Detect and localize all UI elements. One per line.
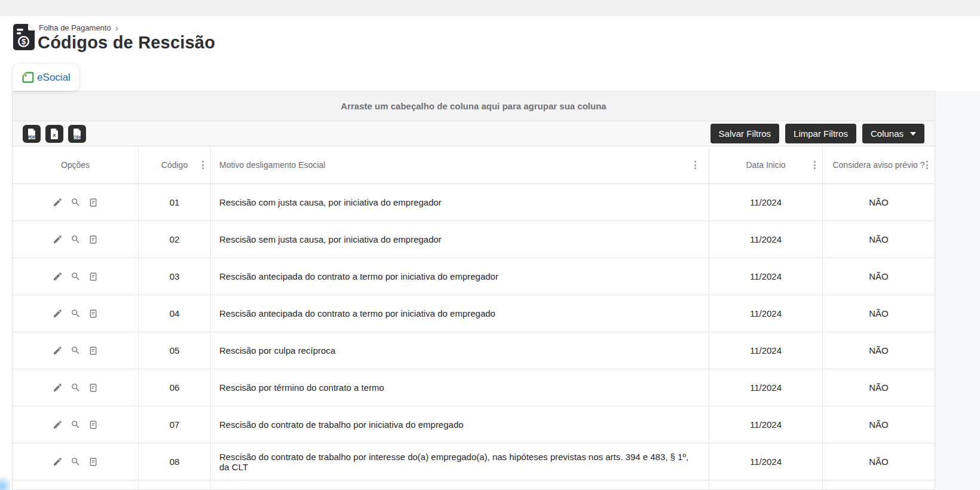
- column-header-data-inicio[interactable]: Data Inicio: [709, 146, 823, 183]
- magnifier-icon: [71, 382, 81, 393]
- row-actions-cell: [13, 332, 139, 369]
- codigo-cell: 08: [139, 443, 211, 480]
- considera-aviso-cell: NÃO: [823, 406, 935, 443]
- row-actions-cell: [13, 369, 139, 406]
- data-inicio-cell: 11/2024: [709, 406, 823, 443]
- svg-text:$: $: [22, 37, 26, 46]
- group-drop-zone[interactable]: Arraste um cabeçalho de coluna aqui para…: [13, 91, 935, 121]
- edit-button[interactable]: [53, 271, 63, 281]
- clear-filters-button[interactable]: Limpar Filtros: [785, 124, 856, 143]
- considera-aviso-cell: NÃO: [823, 332, 935, 369]
- motivo-cell: Rescisão do contrato de trabalho por int…: [211, 443, 709, 480]
- chevron-down-icon: [910, 132, 916, 136]
- view-button[interactable]: [71, 308, 81, 318]
- edit-button[interactable]: [53, 419, 63, 430]
- column-header-codigo[interactable]: Código: [139, 146, 211, 183]
- table-header: Opções Código Motivo desligamento Esocia…: [13, 146, 935, 184]
- edit-button[interactable]: [53, 345, 63, 356]
- log-button[interactable]: [88, 420, 98, 430]
- column-header-considera-aviso[interactable]: Considera aviso prévio ?: [823, 146, 935, 183]
- breadcrumb-link[interactable]: Folha de Pagamento: [39, 23, 111, 32]
- view-button[interactable]: [71, 382, 81, 393]
- column-menu-icon[interactable]: [693, 158, 698, 172]
- table-row: 04 Rescisão antecipada do contrato a ter…: [13, 295, 935, 332]
- log-button[interactable]: [88, 457, 98, 467]
- motivo-cell: Rescisão do contrato de trabalho por ini…: [211, 406, 709, 443]
- log-button[interactable]: [88, 346, 98, 356]
- data-inicio-cell: 11/2024: [709, 443, 823, 480]
- view-button[interactable]: [71, 271, 81, 281]
- document-icon: [88, 383, 98, 393]
- group-drop-hint: Arraste um cabeçalho de coluna aqui para…: [341, 101, 606, 111]
- document-icon: [88, 272, 98, 281]
- view-button[interactable]: [71, 234, 81, 244]
- pencil-icon: [53, 197, 63, 207]
- table-row: 01 Rescisão com justa causa, por iniciat…: [13, 184, 935, 221]
- magnifier-icon: [71, 457, 81, 467]
- column-label: Considera aviso prévio ?: [832, 160, 924, 170]
- payroll-document-icon: $: [13, 24, 35, 50]
- edit-button[interactable]: [53, 308, 63, 318]
- export-pdf-button[interactable]: PDF: [23, 125, 41, 143]
- top-strip: [0, 0, 980, 16]
- toolbar-right: Salvar Filtros Limpar Filtros Colunas: [710, 124, 924, 143]
- pencil-icon: [53, 382, 63, 393]
- considera-aviso-cell: NÃO: [823, 184, 935, 220]
- column-menu-icon[interactable]: [200, 158, 206, 172]
- codigo-cell: 07: [139, 406, 211, 443]
- edit-button[interactable]: [53, 197, 63, 207]
- document-icon: [88, 457, 98, 467]
- document-icon: [88, 198, 98, 207]
- row-actions-cell: [13, 258, 139, 295]
- log-button[interactable]: [88, 309, 98, 318]
- edit-button[interactable]: [53, 382, 63, 393]
- table-row: 08 Rescisão do contrato de trabalho por …: [13, 443, 935, 480]
- magnifier-icon: [71, 271, 81, 281]
- magnifier-icon: [71, 197, 81, 207]
- edit-button[interactable]: [53, 457, 63, 467]
- breadcrumb: Folha de Pagamento ›: [39, 23, 118, 32]
- pencil-icon: [53, 419, 63, 430]
- column-menu-icon[interactable]: [812, 158, 817, 172]
- view-button[interactable]: [71, 457, 81, 467]
- considera-aviso-cell: NÃO: [823, 221, 935, 258]
- row-actions-cell: [13, 184, 139, 220]
- export-excel-button[interactable]: X: [45, 125, 63, 143]
- view-button[interactable]: [71, 197, 81, 207]
- columns-button-label: Colunas: [871, 128, 904, 139]
- columns-button[interactable]: Colunas: [862, 124, 924, 143]
- tab-esocial-label: eSocial: [37, 72, 71, 84]
- save-filters-button[interactable]: Salvar Filtros: [710, 124, 780, 143]
- column-header-opcoes[interactable]: Opções: [13, 146, 139, 183]
- column-menu-icon[interactable]: [924, 158, 930, 172]
- codigo-cell: 02: [139, 221, 211, 258]
- codigo-cell: 01: [139, 184, 211, 220]
- column-header-motivo[interactable]: Motivo desligamento Esocial: [211, 146, 709, 183]
- column-label: Data Inicio: [746, 160, 785, 170]
- pencil-icon: [53, 457, 63, 467]
- log-button[interactable]: [88, 235, 98, 244]
- export-csv-button[interactable]: CSV: [68, 125, 86, 143]
- motivo-cell: Rescisão por culpa recíproca: [211, 332, 709, 369]
- motivo-cell: Rescisão com justa causa, por iniciativa…: [211, 184, 709, 220]
- data-inicio-cell: 11/2024: [709, 258, 823, 295]
- row-actions-cell: [13, 443, 139, 480]
- view-button[interactable]: [71, 419, 81, 430]
- data-inicio-cell: 11/2024: [709, 295, 823, 332]
- table-row: 02 Rescisão sem justa causa, por iniciat…: [13, 221, 935, 258]
- log-button[interactable]: [88, 198, 98, 207]
- grid-toolbar: PDF X CSV Salvar Filtros Limpar Filtros …: [13, 121, 935, 146]
- view-button[interactable]: [71, 345, 81, 356]
- considera-aviso-cell: NÃO: [823, 295, 935, 332]
- data-inicio-cell: 11/2024: [709, 184, 823, 220]
- page-title: Códigos de Rescisão: [38, 33, 215, 53]
- tab-esocial[interactable]: eSocial: [13, 64, 79, 91]
- table-row: 06 Rescisão por término do contrato a te…: [13, 369, 935, 406]
- edit-button[interactable]: [53, 234, 63, 244]
- considera-aviso-cell: NÃO: [823, 443, 935, 480]
- log-button[interactable]: [88, 272, 98, 281]
- row-actions-cell: [13, 221, 139, 258]
- motivo-cell: Rescisão antecipada do contrato a termo …: [211, 258, 709, 295]
- table-row: 05 Rescisão por culpa recíproca 11/2024 …: [13, 332, 935, 369]
- log-button[interactable]: [88, 383, 98, 393]
